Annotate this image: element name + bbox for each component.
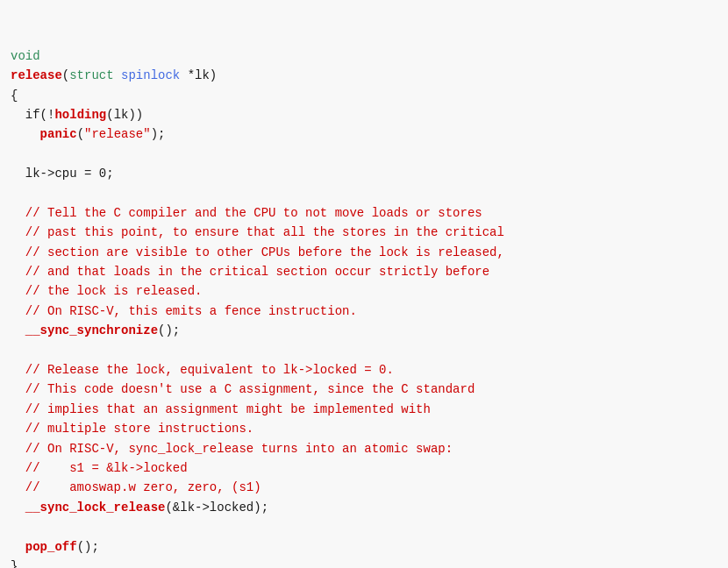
line-6 [11,145,717,164]
brace-close: } [11,559,18,568]
paren-open: ( [62,68,69,82]
comment-12: // s1 = &lk->locked [11,461,188,475]
cpu-assign: lk->cpu = 0; [11,167,114,181]
line-16 [11,341,717,360]
type-spinlock: spinlock [121,68,180,82]
line-10: // past this point, to ensure that all t… [11,223,717,242]
comment-1: // Tell the C compiler and the CPU to no… [11,206,482,220]
comment-8: // This code doesn't use a C assignment,… [11,382,475,396]
fn-holding: holding [54,108,106,122]
line-3: { [11,86,717,105]
space [114,68,121,82]
comment-9: // implies that an assignment might be i… [11,402,431,416]
brace-open: { [11,89,18,103]
comment-3: // section are visible to other CPUs bef… [11,245,504,259]
param-lk: *lk) [180,68,217,82]
line-14: // On RISC-V, this emits a fence instruc… [11,302,717,321]
line-9: // Tell the C compiler and the CPU to no… [11,203,717,223]
line-15: __sync_synchronize(); [11,321,717,340]
line-20: // multiple store instructions. [11,419,717,438]
keyword-void: void [11,49,40,63]
if-stmt: if(! [11,108,54,122]
fn-panic: panic [40,127,77,141]
line-2: release(struct spinlock *lk) [11,66,717,85]
comment-6: // On RISC-V, this emits a fence instruc… [11,304,357,318]
indent2 [11,540,25,554]
comment-11: // On RISC-V, sync_lock_release turns in… [11,442,453,456]
comment-4: // and that loads in the critical sectio… [11,265,489,279]
if-args: (lk)) [106,108,143,122]
line-27: } [11,557,717,568]
comment-7: // Release the lock, equivalent to lk->l… [11,363,394,377]
line-7: lk->cpu = 0; [11,164,717,183]
pop-off-paren: (); [77,540,99,554]
fn-sync-lock-release: __sync_lock_release [11,501,165,515]
line-18: // This code doesn't use a C assignment,… [11,380,717,399]
line-17: // Release the lock, equivalent to lk->l… [11,360,717,380]
line-1: void [11,46,717,66]
paren2: ( [77,127,84,141]
lock-release-args: (&lk->locked); [165,501,268,515]
line-8 [11,184,717,203]
line-4: if(!holding(lk)) [11,105,717,124]
indent [11,127,40,141]
line-13: // the lock is released. [11,281,717,301]
comment-5: // the lock is released. [11,284,202,298]
fn-sync-synchronize: __sync_synchronize [11,323,158,337]
comment-10: // multiple store instructions. [11,422,253,436]
str-release: "release" [84,127,151,141]
line-21: // On RISC-V, sync_lock_release turns in… [11,439,717,458]
comment-2: // past this point, to ensure that all t… [11,225,504,239]
line-23: // amoswap.w zero, zero, (s1) [11,478,717,497]
code-block: voidrelease(struct spinlock *lk){ if(!ho… [11,7,717,568]
line-26: pop_off(); [11,537,717,557]
line-5: panic("release"); [11,124,717,144]
comment-13: // amoswap.w zero, zero, (s1) [11,480,261,494]
code-container: voidrelease(struct spinlock *lk){ if(!ho… [0,0,728,568]
line-19: // implies that an assignment might be i… [11,400,717,419]
line-24: __sync_lock_release(&lk->locked); [11,498,717,517]
fn-release: release [11,68,62,82]
line-12: // and that loads in the critical sectio… [11,262,717,281]
close-paren2: ); [151,127,166,141]
line-11: // section are visible to other CPUs bef… [11,243,717,262]
line-25 [11,517,717,536]
line-22: // s1 = &lk->locked [11,458,717,478]
fn-pop-off: pop_off [25,540,77,554]
sync-paren: (); [158,323,180,337]
keyword-struct: struct [69,68,113,82]
